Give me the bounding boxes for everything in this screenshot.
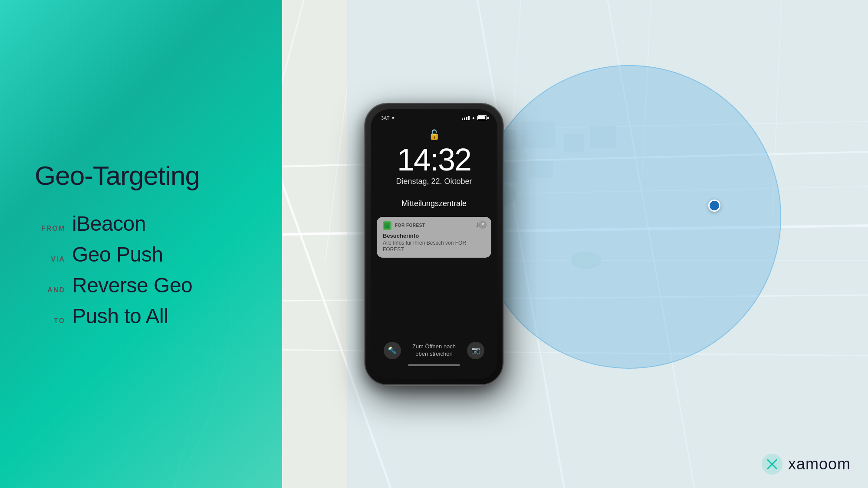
camera-icon[interactable]: 📷 <box>467 342 484 359</box>
signal-bars-icon <box>462 116 470 120</box>
phone-mockup: 3AT ▼ ▲ 🔓 <box>365 103 503 385</box>
left-text-panel: Geo-Targeting FROM iBeacon VIA Geo Push … <box>0 134 269 354</box>
current-date: Dienstag, 22. Oktober <box>371 177 497 186</box>
wifi-icon: ▲ <box>471 115 476 120</box>
current-time: 14:32 <box>371 144 497 175</box>
feature-item-1: VIA Geo Push <box>35 243 243 266</box>
xamoom-logo: xamoom <box>761 453 851 475</box>
time-display: 14:32 Dienstag, 22. Oktober <box>371 144 497 186</box>
notification-close-button[interactable]: ✕ <box>478 220 487 229</box>
status-icons: ▲ <box>462 115 487 120</box>
feature-label-3: TO <box>35 317 65 325</box>
notification-center-label: Mitteilungszentrale <box>378 195 490 213</box>
xamoom-logo-icon <box>761 453 783 475</box>
bottom-actions: 🔦 Zum Öffnen nachoben streichen 📷 <box>371 342 497 359</box>
swipe-hint-text: Zum Öffnen nachoben streichen <box>412 343 456 358</box>
feature-item-2: AND Reverse Geo <box>35 274 243 297</box>
svg-text:🌲: 🌲 <box>385 223 390 229</box>
feature-label-0: FROM <box>35 225 65 233</box>
phone-bottom-area: 🔦 Zum Öffnen nachoben streichen 📷 <box>371 333 497 379</box>
notification-card[interactable]: ✕ 🌲 FOR FOREST Jetzt Besucherinfo Alle I… <box>377 217 491 258</box>
notification-body: Alle Infos für Ihren Besuch von FOR FORE… <box>383 240 485 253</box>
feature-value-3: Push to All <box>72 305 168 328</box>
feature-item-3: TO Push to All <box>35 305 243 328</box>
home-indicator <box>408 364 460 366</box>
status-bar: 3AT ▼ ▲ <box>371 109 497 121</box>
notification-app-icon: 🌲 <box>383 221 391 230</box>
battery-icon <box>477 115 487 120</box>
carrier-label: 3AT ▼ <box>381 115 395 121</box>
feature-value-1: Geo Push <box>72 243 163 266</box>
page-title: Geo-Targeting <box>35 160 243 191</box>
feature-list: FROM iBeacon VIA Geo Push AND Reverse Ge… <box>35 213 243 328</box>
xamoom-brand-name: xamoom <box>788 455 851 473</box>
flashlight-icon[interactable]: 🔦 <box>384 342 401 359</box>
feature-value-2: Reverse Geo <box>72 274 192 297</box>
feature-value-0: iBeacon <box>72 213 146 236</box>
notification-title: Besucherinfo <box>383 233 485 239</box>
lock-icon-area: 🔓 <box>371 129 497 141</box>
feature-item-0: FROM iBeacon <box>35 213 243 236</box>
phone-screen: 3AT ▼ ▲ 🔓 <box>371 109 497 379</box>
phone-frame: 3AT ▼ ▲ 🔓 <box>365 103 503 385</box>
lock-icon: 🔓 <box>428 129 440 141</box>
notification-header: 🌲 FOR FOREST Jetzt <box>383 221 485 230</box>
feature-label-1: VIA <box>35 255 65 263</box>
feature-label-2: AND <box>35 286 65 294</box>
notification-app-name: FOR FOREST <box>395 223 473 228</box>
